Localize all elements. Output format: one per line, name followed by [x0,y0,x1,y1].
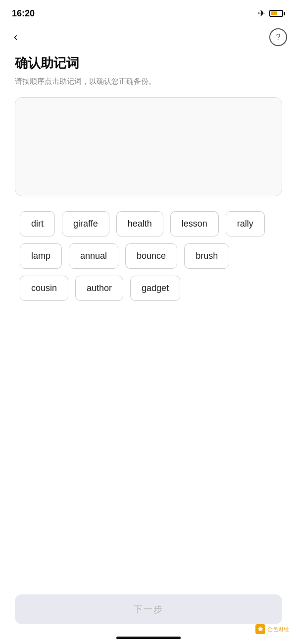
word-chip-health[interactable]: health [116,211,163,236]
word-grid: dirtgiraffehealthlessonrallylampannualbo… [15,211,282,301]
battery-fill [271,11,277,15]
page-content: 确认助记词 请按顺序点击助记词，以确认您正确备份。 dirtgiraffehea… [0,50,297,301]
status-bar: 16:20 ✈ [0,0,297,25]
home-indicator [116,637,181,639]
selection-box [15,97,282,196]
watermark: 金 金色财经 [255,624,289,634]
battery-icon [269,10,285,17]
next-button[interactable]: 下一步 [15,594,282,624]
page-title: 确认助记词 [15,55,282,72]
status-time: 16:20 [12,8,35,19]
status-icons: ✈ [258,8,285,19]
bottom-area: 下一步 [0,586,297,644]
word-chip-brush[interactable]: brush [184,243,229,269]
airplane-icon: ✈ [258,8,265,19]
word-chip-lesson[interactable]: lesson [170,211,219,236]
watermark-text: 金色财经 [267,626,289,633]
word-chip-lamp[interactable]: lamp [20,243,62,269]
word-chip-author[interactable]: author [75,276,123,301]
word-chip-annual[interactable]: annual [69,243,118,269]
back-button[interactable]: ‹ [10,29,21,46]
word-chip-gadget[interactable]: gadget [130,276,180,301]
watermark-logo: 金 [255,624,265,634]
word-chip-rally[interactable]: rally [226,211,265,236]
battery-body [269,10,283,17]
page-subtitle: 请按顺序点击助记词，以确认您正确备份。 [15,76,282,87]
word-chip-cousin[interactable]: cousin [20,276,68,301]
word-chip-bounce[interactable]: bounce [125,243,177,269]
battery-tip [284,12,285,15]
help-button[interactable]: ? [269,28,287,46]
word-chip-giraffe[interactable]: giraffe [62,211,109,236]
word-chip-dirt[interactable]: dirt [20,211,55,236]
nav-bar: ‹ ? [0,25,297,50]
